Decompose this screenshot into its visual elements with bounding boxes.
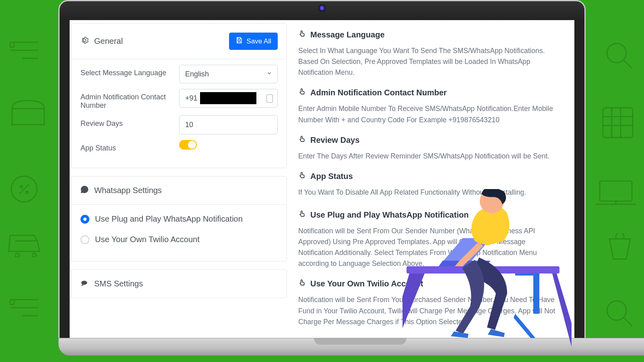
admin-number-label: Admin Notification Contact Number [80,89,179,110]
contacts-icon [266,95,273,103]
language-label: Select Message Language [80,65,179,77]
redacted-number [200,92,256,104]
whatsapp-option-twilio[interactable]: Use Your Own Twilio Account [80,231,278,251]
admin-number-row: Admin Notification Contact Number [80,89,278,110]
help-wa-twilio-title: Use Your Own Twilio Account [310,279,423,288]
svg-rect-2 [603,108,633,138]
help-admin-text: Enter Admin Mobile Number To Receive SMS… [298,103,562,125]
help-status-title: App Status [310,172,353,181]
settings-left-column: General Save All Select Message Language [70,22,287,338]
review-days-label: Review Days [80,115,179,128]
help-status-text: If You Want To Disable All App Related F… [298,187,562,198]
general-card-header: General Save All [72,24,287,59]
svg-point-4 [607,301,626,320]
general-card-body: Select Message Language English Admin No… [72,59,287,168]
sms-card-header: SMS Settings [72,270,287,298]
help-wa-twilio: Use Your Own Twilio Account Notification… [298,279,562,327]
help-app-status: App Status If You Want To Disable All Ap… [298,171,562,198]
whatsapp-option-plug[interactable]: Use Plug and Play WhatsApp Notification [80,210,278,231]
webcam-icon [318,4,326,12]
laptop-frame: General Save All Select Message Language [58,0,586,356]
laptop-trackpad-notch [314,338,407,345]
radio-selected-icon [80,215,89,224]
whatsapp-card-header: Whatsapp Settings [72,177,287,205]
language-select[interactable]: English [179,65,278,83]
chat-icon [80,279,89,289]
general-title: General [94,37,123,46]
whatsapp-card: Whatsapp Settings Use Plug and Play What… [71,176,287,261]
pointer-icon [298,279,306,289]
whatsapp-icon [80,185,89,195]
pointer-icon [298,30,306,40]
help-msg-lang-title: Message Language [310,30,385,39]
sms-card: SMS Settings [71,269,287,298]
help-review-days: Review Days Enter The Days After Review … [298,135,562,162]
whatsapp-card-body: Use Plug and Play WhatsApp Notification … [72,205,287,261]
pointer-icon [298,210,306,220]
help-wa-plug-text: Notification will be Sent From Our Sende… [298,226,562,269]
help-admin-title: Admin Notification Contact Number [310,88,447,97]
app-status-toggle[interactable] [179,140,197,150]
app-status-label: App Status [80,140,179,152]
laptop-top-bezel [58,0,586,20]
general-card: General Save All Select Message Language [71,23,287,168]
radio-unselected-icon [80,235,89,244]
laptop-base [58,338,644,356]
help-admin-number: Admin Notification Contact Number Enter … [298,88,562,125]
help-wa-plug-title: Use Plug and Play WhatsApp Notification [310,210,469,220]
laptop-side-bezel: General Save All Select Message Language [58,20,586,338]
save-all-label: Save All [247,37,271,45]
save-all-button[interactable]: Save All [229,33,278,50]
help-right-column: Message Language Select In What Language… [298,22,574,338]
svg-point-1 [607,43,626,63]
language-row: Select Message Language English [80,65,278,83]
pointer-icon [298,135,306,145]
review-days-row: Review Days [80,115,278,134]
pointer-icon [298,88,306,98]
save-icon [235,37,243,46]
help-review-text: Enter The Days After Review Reminder SMS… [298,151,562,162]
whatsapp-plug-label: Use Plug and Play WhatsApp Notification [95,214,243,224]
whatsapp-title: Whatsapp Settings [94,186,162,195]
app-status-row: App Status [80,140,278,152]
help-msg-lang-text: Select In What Language You Want To Send… [298,45,562,78]
review-days-input[interactable] [179,115,278,134]
pointer-icon [298,171,306,181]
svg-rect-3 [600,181,632,201]
sms-title: SMS Settings [94,279,143,288]
screen-content: General Save All Select Message Language [70,20,574,338]
help-review-title: Review Days [310,136,359,145]
toggle-knob [188,141,196,149]
whatsapp-twilio-label: Use Your Own Twilio Account [95,235,200,244]
help-wa-twilio-text: Notification will be Sent From Your Purc… [298,294,562,327]
help-message-language: Message Language Select In What Language… [298,30,562,78]
help-wa-plug: Use Plug and Play WhatsApp Notification … [298,210,562,269]
gear-icon [80,36,89,46]
